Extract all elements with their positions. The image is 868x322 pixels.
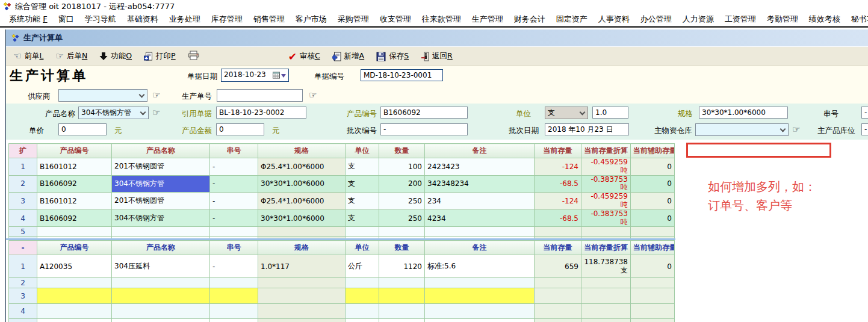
table-cell[interactable] <box>258 278 346 288</box>
table-cell[interactable] <box>258 227 346 237</box>
table-cell[interactable]: B1606092 <box>37 175 112 193</box>
menu-item[interactable]: 财务会计 <box>509 14 551 25</box>
next-doc-button[interactable]: ☞ 后单N <box>55 51 87 61</box>
table-cell[interactable] <box>581 319 631 322</box>
batch-date-input[interactable]: 2018 年10 月23 日 <box>545 123 629 135</box>
menu-item[interactable]: 生产管理 <box>467 14 509 25</box>
main-location-input[interactable]: - <box>861 123 868 135</box>
table-cell[interactable]: -0.383753 吨 <box>581 175 631 193</box>
table-cell[interactable]: B1601012 <box>37 158 112 176</box>
table-cell[interactable]: - <box>210 209 258 227</box>
menu-item[interactable]: 往来款管理 <box>417 14 467 25</box>
table-cell[interactable] <box>535 278 581 288</box>
table-cell[interactable] <box>112 319 210 322</box>
table-cell[interactable]: Φ25.4*1.00*6000 <box>258 158 346 176</box>
menu-item[interactable]: 办公管理 <box>635 14 677 25</box>
doc-date-input[interactable]: 2018-10-23 <box>221 69 289 82</box>
table-cell[interactable]: -124 <box>535 193 581 210</box>
table-cell[interactable] <box>112 288 210 304</box>
add-new-button[interactable]: 新增A <box>332 51 365 61</box>
unit-factor-input[interactable]: 1.0 <box>592 107 628 119</box>
prod-order-input[interactable] <box>217 89 303 102</box>
table-cell[interactable]: 1.0*117 <box>258 255 346 278</box>
table-cell[interactable] <box>258 288 346 304</box>
product-name-lookup-icon[interactable]: ☞ <box>152 108 160 117</box>
menu-item[interactable]: 考勤管理 <box>761 14 804 25</box>
table-cell[interactable]: - <box>210 158 258 176</box>
table-cell[interactable] <box>425 227 535 237</box>
table-cell[interactable]: 304压延料 <box>112 255 210 278</box>
product-amount-input[interactable]: 0 <box>216 123 264 135</box>
product-name-combo[interactable]: 304不锈钢方管 <box>78 107 149 119</box>
table-cell[interactable] <box>425 288 535 304</box>
table-cell[interactable] <box>379 304 425 319</box>
menu-item[interactable]: 系统功能 F <box>4 14 53 25</box>
table-cell[interactable] <box>37 288 112 304</box>
table-cell[interactable]: 0 <box>631 193 675 210</box>
table-cell[interactable]: Φ25.4*1.00*6000 <box>258 193 346 210</box>
table-cell[interactable]: 100 <box>379 158 425 176</box>
menu-item[interactable]: 窗口 <box>53 14 79 25</box>
table-cell[interactable]: 201不锈钢圆管 <box>112 158 210 176</box>
table-cell[interactable]: -68.5 <box>535 209 581 227</box>
table-cell[interactable] <box>37 278 112 288</box>
table-cell[interactable]: 201不锈钢圆管 <box>112 193 210 210</box>
table-cell[interactable]: 200 <box>379 175 425 193</box>
table-cell[interactable]: A120035 <box>37 255 112 278</box>
row-number[interactable]: 4 <box>9 304 37 319</box>
table-cell[interactable]: 0 <box>631 175 675 193</box>
table-cell[interactable] <box>425 304 535 319</box>
date-dropdown-arrow-icon[interactable] <box>281 74 286 78</box>
table-cell[interactable]: 0 <box>631 255 675 278</box>
table-cell[interactable] <box>258 319 346 322</box>
batch-no-input[interactable]: - <box>380 123 468 135</box>
table-cell[interactable]: 304不锈钢方管 <box>112 209 210 227</box>
table-cell[interactable]: -0.459259 吨 <box>581 193 631 210</box>
row-number[interactable]: 5 <box>9 227 37 237</box>
serial-input[interactable]: - <box>861 107 868 119</box>
doc-no-input[interactable]: MD-18-10-23-0001 <box>361 69 443 81</box>
table-cell[interactable] <box>581 227 631 237</box>
table-cell[interactable] <box>346 288 379 304</box>
menu-item[interactable]: 学习导航 <box>79 14 122 25</box>
menu-item[interactable]: 人事资料 <box>593 14 635 25</box>
table-cell[interactable] <box>535 304 581 319</box>
table-cell[interactable] <box>37 319 112 322</box>
table-cell[interactable]: B1606092 <box>37 209 112 227</box>
unit-combo[interactable]: 支 <box>545 107 588 119</box>
row-number[interactable]: 4 <box>9 209 37 227</box>
table-cell[interactable] <box>379 319 425 322</box>
table-cell[interactable]: - <box>210 255 258 278</box>
table-cell[interactable] <box>346 319 379 322</box>
menu-item[interactable]: 收支管理 <box>374 14 417 25</box>
table-cell[interactable] <box>535 227 581 237</box>
table-cell[interactable]: 659 <box>535 255 581 278</box>
menu-item[interactable]: 销售管理 <box>248 14 290 25</box>
table-cell[interactable]: 支 <box>346 158 379 176</box>
table-cell[interactable]: 30*30*1.00*6000 <box>258 209 346 227</box>
row-number[interactable]: 2 <box>9 175 37 193</box>
product-code-input[interactable]: B1606092 <box>380 107 468 119</box>
main-warehouse-lookup-icon[interactable]: ☞ <box>792 125 800 134</box>
table-cell[interactable] <box>112 278 210 288</box>
prod-order-lookup-icon[interactable]: ☞ <box>309 91 317 100</box>
table-cell[interactable]: 标准:5.6 <box>425 255 535 278</box>
table-cell[interactable] <box>631 304 675 319</box>
printer-icon[interactable] <box>188 51 199 63</box>
print-button[interactable]: 打印P <box>144 51 176 61</box>
table-cell[interactable] <box>631 319 675 322</box>
row-number[interactable]: 3 <box>9 193 37 210</box>
table-cell[interactable] <box>535 319 581 322</box>
supplier-combo[interactable] <box>58 89 147 102</box>
row-number[interactable]: 3 <box>9 288 37 304</box>
table-cell[interactable]: -68.5 <box>535 175 581 193</box>
row-number[interactable]: 1 <box>9 255 37 278</box>
table-cell[interactable] <box>258 304 346 319</box>
table-cell[interactable]: 0 <box>631 158 675 176</box>
audit-button[interactable]: ✔ 审核C <box>288 51 320 63</box>
table-cell[interactable]: 234 <box>425 193 535 210</box>
table-cell[interactable]: 118.738738 支 <box>581 255 631 278</box>
table-cell[interactable]: -0.383753 吨 <box>581 209 631 227</box>
table-cell[interactable] <box>112 227 210 237</box>
table-cell[interactable]: 250 <box>379 209 425 227</box>
